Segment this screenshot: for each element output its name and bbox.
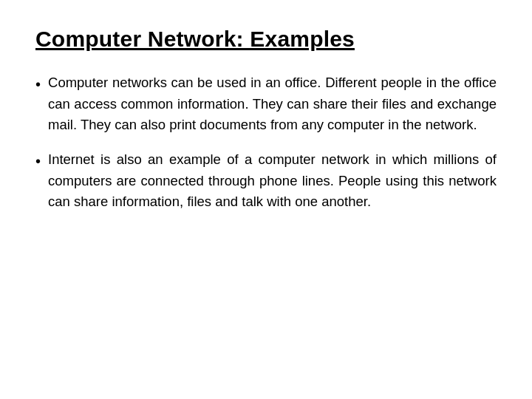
slide-title: Computer Network: Examples xyxy=(35,27,497,52)
bullet-dot-2: • xyxy=(35,150,41,173)
bullet-item-2: • Internet is also an example of a compu… xyxy=(35,149,497,213)
slide-container: Computer Network: Examples • Computer ne… xyxy=(0,0,532,399)
bullet-text-1: Computer networks can be used in an offi… xyxy=(48,72,497,136)
bullet-text-2: Internet is also an example of a compute… xyxy=(48,149,497,213)
bullet-item-1: • Computer networks can be used in an of… xyxy=(35,72,497,136)
content-area: • Computer networks can be used in an of… xyxy=(35,72,497,213)
bullet-dot-1: • xyxy=(35,73,41,96)
